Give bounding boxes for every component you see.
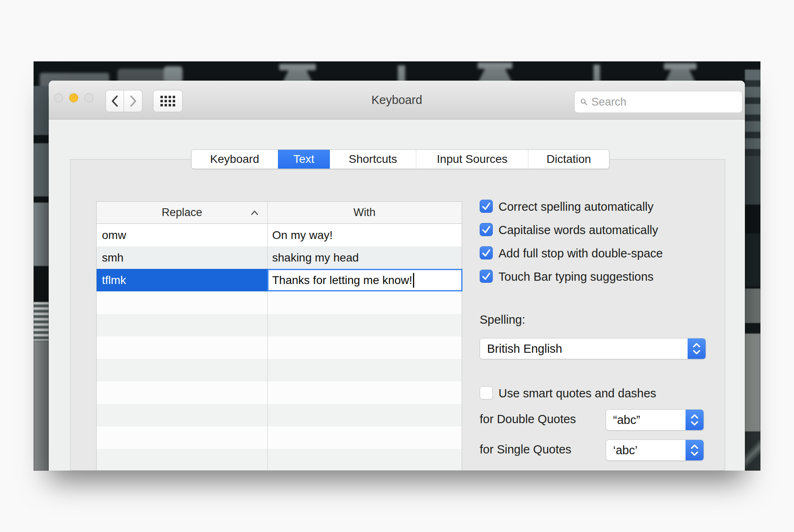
with-cell[interactable]: On my way! — [267, 224, 462, 246]
edit-cell-text: Thanks for letting me know! — [272, 274, 412, 287]
with-cell[interactable]: shaking my head — [267, 246, 462, 269]
replace-cell[interactable]: omw — [97, 224, 267, 246]
tab-bar: Keyboard Text Shortcuts Input Sources Di… — [191, 149, 609, 169]
backdrop-right-edge — [745, 61, 760, 471]
checkbox-capitalise-words[interactable] — [480, 223, 493, 236]
chevron-down-icon — [690, 451, 699, 456]
single-quotes-dropdown[interactable]: ‘abc’ — [606, 440, 704, 461]
spelling-dropdown[interactable]: British English — [480, 338, 706, 359]
table-column-divider — [267, 202, 268, 470]
chevron-up-icon — [690, 444, 699, 449]
checkbox-label-correct-spelling[interactable]: Correct spelling automatically — [499, 200, 654, 214]
spelling-dropdown-value: British English — [480, 342, 688, 356]
text-cursor — [413, 273, 414, 288]
checkbox-touch-bar-suggestions[interactable] — [480, 270, 493, 283]
replace-cell[interactable]: smh — [97, 246, 267, 269]
column-header-with-label: With — [354, 206, 376, 219]
replace-cell[interactable]: tflmk — [97, 269, 267, 291]
sort-ascending-icon — [251, 210, 258, 215]
column-header-replace[interactable]: Replace — [97, 202, 267, 223]
text-replacements-table: Replace With omw On my way! smh shaking … — [96, 201, 462, 471]
tab-dictation[interactable]: Dictation — [528, 150, 609, 169]
tab-keyboard[interactable]: Keyboard — [192, 150, 278, 169]
checkbox-label-smart-quotes[interactable]: Use smart quotes and dashes — [499, 387, 656, 400]
checkbox-add-full-stop[interactable] — [480, 246, 493, 259]
double-quotes-dropdown[interactable]: “abc” — [606, 409, 704, 431]
checkbox-label-add-full-stop[interactable]: Add full stop with double-space — [499, 247, 663, 260]
single-quotes-label: for Single Quotes — [480, 443, 571, 456]
stepper-icon — [686, 410, 704, 430]
search-icon — [580, 96, 587, 108]
checkmark-icon — [481, 202, 491, 211]
checkbox-label-capitalise-words[interactable]: Capitalise words automatically — [499, 223, 658, 237]
table-row[interactable]: smh shaking my head — [97, 246, 462, 269]
stepper-icon — [688, 338, 706, 359]
system-preferences-window: Keyboard Keyboard Text Shortcuts Input S… — [49, 81, 745, 471]
window-titlebar: Keyboard — [49, 81, 745, 119]
table-row[interactable]: omw On my way! — [97, 224, 462, 246]
search-field[interactable] — [574, 91, 742, 113]
chevron-up-icon — [690, 414, 699, 419]
checkmark-icon — [481, 272, 491, 281]
checkbox-correct-spelling[interactable] — [480, 200, 493, 213]
single-quotes-dropdown-value: ‘abc’ — [606, 444, 686, 457]
with-cell-editing[interactable]: Thanks for letting me know! — [267, 269, 462, 291]
column-header-replace-label: Replace — [162, 206, 202, 219]
checkbox-label-touch-bar-suggestions[interactable]: Touch Bar typing suggestions — [499, 270, 654, 284]
checkmark-icon — [481, 248, 491, 257]
search-input[interactable] — [591, 96, 736, 108]
tab-text[interactable]: Text — [278, 150, 330, 169]
checkmark-icon — [481, 225, 491, 234]
tab-input-sources[interactable]: Input Sources — [416, 150, 528, 169]
tab-shortcuts[interactable]: Shortcuts — [330, 150, 416, 169]
spelling-label: Spelling: — [480, 313, 525, 327]
chevron-down-icon — [692, 350, 701, 354]
chevron-down-icon — [690, 421, 699, 426]
double-quotes-label: for Double Quotes — [480, 413, 576, 426]
stepper-icon — [686, 440, 704, 460]
page-background: Keyboard Keyboard Text Shortcuts Input S… — [0, 0, 794, 532]
chevron-up-icon — [692, 343, 701, 347]
double-quotes-dropdown-value: “abc” — [606, 413, 686, 427]
checkbox-smart-quotes[interactable] — [480, 386, 493, 399]
table-header: Replace With — [97, 202, 462, 224]
column-header-with[interactable]: With — [267, 202, 462, 223]
backdrop-left-edge — [34, 61, 49, 471]
